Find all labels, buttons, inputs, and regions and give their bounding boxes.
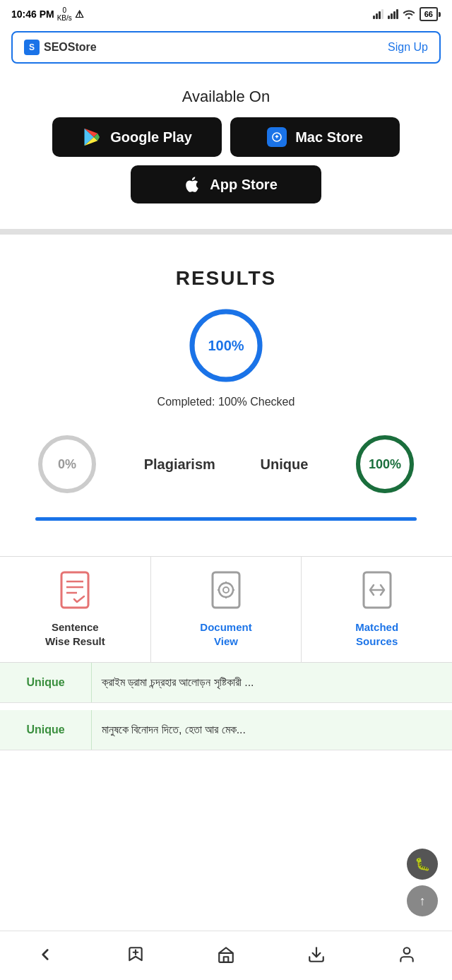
- google-play-label: Google Play: [110, 129, 192, 146]
- scroll-up-button[interactable]: ↑: [407, 885, 438, 916]
- svg-point-10: [219, 583, 233, 597]
- time-label: 10:46 PM: [11, 8, 54, 20]
- unique-percent: 100%: [369, 457, 401, 472]
- results-list: Unique ক্রাইম ড্রামা চন্দ্রহার আলোড়ন সৃ…: [0, 663, 452, 750]
- bug-button[interactable]: 🐛: [407, 849, 438, 880]
- available-section: Available On Google Play: [0, 66, 452, 218]
- document-view-icon: [158, 571, 295, 613]
- nav-download[interactable]: [307, 945, 326, 964]
- plagiarism-percent: 0%: [58, 457, 76, 472]
- matched-sources-label: MatchedSources: [309, 620, 445, 648]
- matched-sources-cell[interactable]: MatchedSources: [302, 557, 452, 662]
- mac-store-icon: [267, 127, 287, 147]
- section-divider: [0, 229, 452, 235]
- row-gap: [0, 703, 452, 710]
- status-time: 10:46 PM 0KB/s ⚠: [11, 6, 84, 22]
- unique-label: Unique: [261, 456, 309, 473]
- badge-text-0: Unique: [26, 676, 64, 689]
- sign-up-link[interactable]: Sign Up: [388, 41, 428, 54]
- svg-rect-9: [213, 572, 239, 608]
- big-circle-container: 100%: [21, 307, 431, 384]
- store-buttons-row: Google Play Mac Store: [28, 117, 424, 157]
- mac-store-label: Mac Store: [295, 129, 363, 146]
- results-section: RESULTS 100% Completed: 100% Checked 0% …: [0, 246, 452, 556]
- result-text-0: ক্রাইম ড্রামা চন্দ্রহার আলোড়ন সৃষ্টিকার…: [92, 663, 452, 702]
- bookmark-icon: [126, 945, 145, 964]
- svg-point-11: [223, 587, 229, 593]
- result-row-1: Unique মানুষকে বিনোদন দিতে, হেতা আর মেক.…: [0, 710, 452, 750]
- google-play-icon: [82, 127, 102, 147]
- result-text-1: মানুষকে বিনোদন দিতে, হেতা আর মেক...: [92, 710, 452, 750]
- app-store-label: App Store: [210, 177, 278, 193]
- completion-circle: 100%: [187, 307, 265, 384]
- banner-logo: S: [24, 40, 40, 55]
- top-banner: S SEOStore Sign Up: [11, 31, 441, 64]
- status-icons: 66: [373, 7, 441, 21]
- battery-level: 66: [424, 10, 433, 18]
- kb-label: 0KB/s: [57, 6, 72, 22]
- result-badge-1: Unique: [0, 710, 92, 750]
- wifi-icon: [403, 9, 415, 19]
- completed-text: Completed: 100% Checked: [21, 396, 431, 408]
- svg-point-23: [404, 947, 410, 954]
- banner-title: SEOStore: [44, 41, 97, 54]
- nav-profile[interactable]: [398, 945, 416, 964]
- document-view-label: DocumentView: [158, 620, 295, 648]
- nav-back[interactable]: [36, 945, 54, 964]
- profile-icon: [398, 945, 416, 964]
- mac-store-button[interactable]: Mac Store: [230, 117, 400, 157]
- back-icon: [36, 945, 54, 964]
- signal-icon-1: [373, 9, 383, 19]
- plagiarism-circle: 0%: [35, 432, 99, 496]
- completion-percent: 100%: [208, 338, 244, 354]
- sentence-wise-label: SentenceWise Result: [7, 620, 143, 648]
- icons-row: SentenceWise Result DocumentView: [0, 556, 452, 663]
- badge-text-1: Unique: [26, 724, 64, 736]
- svg-rect-20: [219, 952, 233, 962]
- floating-buttons: 🐛 ↑: [407, 849, 438, 916]
- matched-sources-icon: [309, 571, 445, 613]
- download-icon: [307, 945, 326, 964]
- plag-unique-row: 0% Plagiarism Unique 100%: [21, 425, 431, 503]
- unique-circle: 100%: [353, 432, 417, 496]
- document-view-cell[interactable]: DocumentView: [151, 557, 302, 662]
- google-play-button[interactable]: Google Play: [52, 117, 222, 157]
- result-row-0: Unique ক্রাইম ড্রামা চন্দ্রহার আলোড়ন সৃ…: [0, 663, 452, 703]
- plagiarism-label: Plagiarism: [144, 456, 215, 473]
- app-store-icon: [183, 175, 201, 194]
- svg-rect-21: [224, 957, 229, 962]
- banner-brand: S SEOStore: [24, 40, 97, 55]
- result-badge-0: Unique: [0, 663, 92, 702]
- available-title: Available On: [28, 88, 424, 106]
- home-icon: [217, 945, 235, 964]
- nav-bookmark[interactable]: [126, 945, 145, 964]
- signal-icon-2: [388, 9, 398, 19]
- progress-bar: [35, 517, 417, 521]
- sentence-wise-cell[interactable]: SentenceWise Result: [0, 557, 151, 662]
- app-store-button[interactable]: App Store: [131, 165, 321, 203]
- nav-home[interactable]: [217, 945, 235, 964]
- progress-bar-fill: [35, 517, 417, 521]
- status-bar: 10:46 PM 0KB/s ⚠ 66: [0, 0, 452, 28]
- sentence-wise-icon: [7, 571, 143, 613]
- results-title: RESULTS: [21, 267, 431, 290]
- battery-icon: 66: [420, 7, 441, 21]
- svg-rect-5: [61, 572, 88, 608]
- bottom-nav: [0, 931, 452, 980]
- warning-icon: ⚠: [75, 8, 84, 20]
